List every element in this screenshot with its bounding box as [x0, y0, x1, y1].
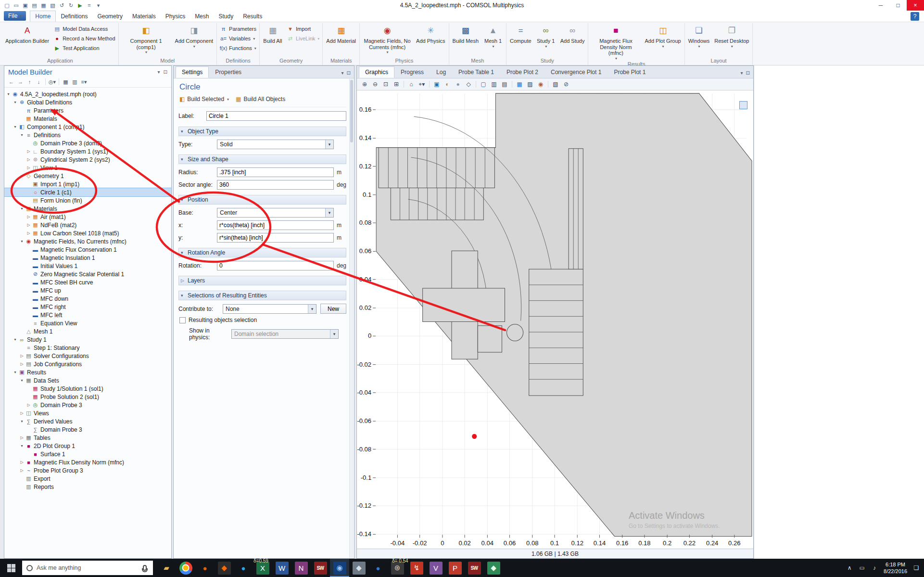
- tree-expander-icon[interactable]: ▷: [25, 215, 32, 219]
- section-header-object-type[interactable]: ▾Object Type: [178, 127, 346, 136]
- gtool-image-snapshot-icon[interactable]: ▣: [432, 80, 442, 89]
- tree-item-cylindrical-system-2-sys2[interactable]: ▷⊚Cylindrical System 2 (sys2): [4, 155, 171, 164]
- tree-item-magnetic-fields-no-currents-mfnc[interactable]: ▾◉Magnetic Fields, No Currents (mfnc): [4, 237, 171, 245]
- graphics-tab-probe-plot-2[interactable]: Probe Plot 2: [500, 66, 544, 78]
- ribbon-button-add-plot-group[interactable]: ◫Add Plot Group▾: [643, 23, 683, 61]
- ribbon-button-magnetic-fields-no-currents-mfnc[interactable]: ◉Magnetic Fields, No Currents (mfnc)▾: [361, 23, 413, 57]
- tree-item-definitions[interactable]: ▾≡Definitions: [4, 131, 171, 139]
- tree-expander-icon[interactable]: ▷: [25, 403, 32, 407]
- mb-tool-move-down-icon[interactable]: ↓: [35, 78, 43, 86]
- ribbon-button-add-component[interactable]: ◨Add Component▾: [173, 23, 215, 57]
- tree-item-magnetic-insulation-1[interactable]: ▬Magnetic Insulation 1: [4, 254, 171, 262]
- settings-tab-settings[interactable]: Settings: [176, 66, 209, 78]
- tree-item-materials[interactable]: ▦Materials: [4, 115, 171, 123]
- gtool-select-box-icon[interactable]: ▢: [479, 80, 488, 89]
- tree-item-tables[interactable]: ▷▦Tables: [4, 434, 171, 442]
- taskbar-word[interactable]: W: [272, 559, 291, 577]
- ribbon-item-test-application[interactable]: ▶Test Application: [52, 44, 116, 52]
- mb-tool-forward-icon[interactable]: →: [16, 78, 25, 86]
- tree-item-mfc-left[interactable]: ▬MFC left: [4, 311, 171, 319]
- ribbon-button-build-all[interactable]: ▦Build All: [261, 23, 284, 57]
- ribbon-tab-definitions[interactable]: Definitions: [56, 11, 92, 22]
- gtool-zoom-extents-icon[interactable]: ⊡: [381, 80, 391, 89]
- tree-expander-icon[interactable]: ▾: [12, 125, 18, 129]
- tree-expander-icon[interactable]: ▾: [19, 174, 25, 178]
- qat-redo-icon[interactable]: ↻: [67, 1, 75, 10]
- volume-icon[interactable]: ♪: [871, 564, 878, 571]
- tree-item-mfc-down[interactable]: ▬MFC down: [4, 295, 171, 303]
- ribbon-button-windows[interactable]: ❏Windows▾: [686, 23, 712, 57]
- ribbon-tab-materials[interactable]: Materials: [127, 11, 161, 22]
- taskbar-clock[interactable]: 6:18 PM 8/22/2016: [884, 561, 907, 575]
- tree-item-mfc-right[interactable]: ▬MFC right: [4, 303, 171, 311]
- tree-expander-icon[interactable]: ▷: [19, 460, 25, 464]
- ribbon-tab-physics[interactable]: Physics: [161, 11, 190, 22]
- tree-item-derived-values[interactable]: ▾∑Derived Values: [4, 417, 171, 425]
- help-button[interactable]: ?: [911, 12, 919, 21]
- ribbon-button-reset-desktop[interactable]: ❐Reset Desktop▾: [712, 23, 751, 57]
- gtool-wireframe-icon[interactable]: ◇: [464, 80, 473, 89]
- build-selected-button[interactable]: ◧Build Selected▾: [179, 96, 229, 103]
- ribbon-item-livelink[interactable]: ⇄LiveLink▾: [285, 34, 321, 43]
- taskbar-solidworks[interactable]: SW: [311, 559, 330, 577]
- graphics-canvas[interactable]: -0.04-0.0200.020.040.060.080.10.120.140.…: [357, 90, 753, 549]
- tree-expander-icon[interactable]: ▷: [19, 468, 25, 473]
- tree-item-mfc-steel-bh-curve[interactable]: ▬MFC Steel BH curve: [4, 278, 171, 286]
- mb-tool-expand-all-icon[interactable]: ▥: [71, 78, 79, 86]
- taskbar-flame-app[interactable]: ◆: [215, 559, 234, 577]
- minimize-button[interactable]: ─: [872, 0, 889, 11]
- new-button[interactable]: New: [320, 304, 346, 314]
- section-header-position[interactable]: ▾Position: [178, 195, 346, 205]
- ribbon-button-add-material[interactable]: ▦Add Material: [324, 23, 358, 57]
- gtool-zoom-box-icon[interactable]: ⊞: [392, 80, 401, 89]
- start-button[interactable]: [0, 559, 22, 577]
- tree-item-probe-solution-2-sol1[interactable]: ▦Probe Solution 2 (sol1): [4, 393, 171, 401]
- taskbar-firefox[interactable]: ●: [195, 559, 215, 577]
- graphics-tab-log[interactable]: Log: [430, 66, 452, 78]
- ribbon-tab-home[interactable]: Home: [30, 11, 56, 22]
- qat-copy-icon[interactable]: ▦: [39, 1, 48, 10]
- rotation-input[interactable]: [217, 261, 334, 270]
- ribbon-item-parameters[interactable]: πParameters: [218, 25, 258, 33]
- mb-tool-move-up-icon[interactable]: ↑: [25, 78, 34, 86]
- tree-expander-icon[interactable]: ▷: [19, 411, 25, 415]
- tree-item-import-1-imp1[interactable]: ▣Import 1 (imp1): [4, 180, 171, 188]
- tree-item-step-1-stationary[interactable]: =Step 1: Stationary: [4, 344, 171, 352]
- qat-new-file-icon[interactable]: ▢: [3, 1, 11, 10]
- taskbar-onenote[interactable]: N: [291, 559, 311, 577]
- maximize-button[interactable]: □: [889, 0, 907, 11]
- tree-item-view-1[interactable]: ▷◫View 1: [4, 164, 171, 172]
- panel-menu-icon[interactable]: ▾: [741, 70, 743, 76]
- tree-expander-icon[interactable]: ▾: [12, 370, 18, 374]
- tree-item-4-5a-2-loopedtest-mph-root[interactable]: ▾◉4.5A_2_loopedtest.mph (root): [4, 90, 171, 98]
- tree-item-zero-magnetic-scalar-potential-1[interactable]: ⊘Zero Magnetic Scalar Potential 1: [4, 270, 171, 278]
- mb-tool-back-icon[interactable]: ←: [7, 78, 15, 86]
- tree-expander-icon[interactable]: ▷: [25, 231, 32, 235]
- graphics-tab-progress[interactable]: Progress: [394, 66, 430, 78]
- radius-input[interactable]: [217, 167, 334, 177]
- graphics-tab-probe-table-1[interactable]: Probe Table 1: [452, 66, 500, 78]
- tree-item-probe-plot-group-3[interactable]: ▷~Probe Plot Group 3: [4, 466, 171, 474]
- tree-item-surface-1[interactable]: ■Surface 1: [4, 450, 171, 458]
- gtool-clear-plot-icon[interactable]: ⊘: [561, 80, 571, 89]
- gtool-scene-light-icon[interactable]: ◐: [443, 80, 452, 89]
- ribbon-button-application-builder[interactable]: AApplication Builder: [3, 23, 51, 57]
- tree-item-low-carbon-steel-1018-mat5[interactable]: ▷▦Low Carbon Steel 1018 (mat5): [4, 229, 171, 237]
- label-input[interactable]: [206, 111, 346, 121]
- tree-item-2d-plot-group-1[interactable]: ▾■2D Plot Group 1: [4, 442, 171, 450]
- tree-item-boundary-system-1-sys1[interactable]: ▷∟Boundary System 1 (sys1): [4, 147, 171, 155]
- gtool-zoom-out-icon[interactable]: ⊖: [370, 80, 380, 89]
- float-panel-icon[interactable]: ⊡: [164, 69, 167, 75]
- tree-expander-icon[interactable]: ▾: [19, 444, 25, 448]
- tree-expander-icon[interactable]: ▷: [19, 436, 25, 440]
- taskbar-search[interactable]: Ask me anything: [22, 561, 153, 575]
- tree-item-form-union-fin[interactable]: ▤Form Union (fin): [4, 196, 171, 205]
- ribbon-button-mesh-1[interactable]: ▲Mesh 1▾: [481, 23, 505, 57]
- taskbar-code-app[interactable]: ◆: [484, 559, 503, 577]
- tree-item-study-1-solution-1-sol1[interactable]: ▦Study 1/Solution 1 (sol1): [4, 385, 171, 393]
- ribbon-item-functions[interactable]: f(x)Functions▾: [218, 44, 258, 52]
- qat-run-icon[interactable]: ▶: [76, 1, 84, 10]
- section-header-selections-of-resulting-entities[interactable]: ▾Selections of Resulting Entities: [178, 291, 346, 300]
- close-button[interactable]: ×: [907, 0, 924, 11]
- tree-expander-icon[interactable]: ▾: [12, 100, 18, 104]
